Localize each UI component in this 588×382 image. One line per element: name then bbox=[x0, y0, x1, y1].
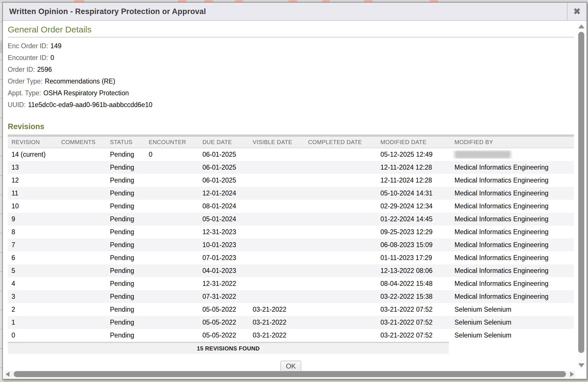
horizontal-scrollbar-thumb[interactable] bbox=[14, 371, 566, 377]
cell-status: Pending bbox=[106, 280, 145, 288]
cell-modified_by: Selenium Selenium bbox=[451, 319, 574, 326]
cell-modified_by: Medical Informatics Engineering bbox=[451, 202, 574, 210]
scroll-left-icon[interactable] bbox=[6, 372, 9, 377]
cell-status: Pending bbox=[106, 189, 145, 197]
cell-modified_by bbox=[451, 150, 574, 159]
ok-button-row: OK bbox=[8, 361, 574, 372]
cell-status: Pending bbox=[106, 331, 145, 339]
field-row: UUID:11e5dc0c-eda9-aad0-961b-aabbccdd6e1… bbox=[8, 99, 574, 111]
field-value: 11e5dc0c-eda9-aad0-961b-aabbccdd6e10 bbox=[28, 101, 152, 109]
field-value: 0 bbox=[51, 54, 54, 62]
column-header: ENCOUNTER bbox=[145, 139, 199, 146]
field-label: Order ID: bbox=[8, 66, 35, 73]
cell-due_date: 06-01-2025 bbox=[199, 151, 249, 158]
cell-modified_date: 08-04-2022 15:48 bbox=[377, 280, 451, 288]
cell-revision: 9 bbox=[8, 215, 57, 223]
revisions-table-header: REVISIONCOMMENTSSTATUSENCOUNTERDUE DATEV… bbox=[8, 135, 574, 148]
cell-status: Pending bbox=[106, 177, 145, 184]
cell-modified_by: Medical Informatics Engineering bbox=[451, 164, 574, 171]
cell-due_date: 05-05-2022 bbox=[199, 319, 249, 326]
dialog-content: General Order Details Enc Order ID:149En… bbox=[3, 21, 587, 379]
cell-modified_date: 03-21-2022 07:52 bbox=[377, 319, 451, 326]
cell-revision: 14 (current) bbox=[8, 151, 57, 158]
cell-status: Pending bbox=[106, 164, 145, 171]
field-label: Encounter ID: bbox=[8, 54, 48, 62]
field-row: Order ID:2596 bbox=[8, 64, 574, 75]
redacted-name bbox=[454, 150, 511, 159]
table-row: 8Pending12-31-202309-25-2023 12:29Medica… bbox=[8, 226, 574, 238]
ok-button[interactable]: OK bbox=[281, 361, 301, 372]
field-label: Enc Order ID: bbox=[8, 42, 48, 50]
cell-modified_date: 09-25-2023 12:29 bbox=[377, 228, 451, 236]
background-fragment bbox=[204, 0, 213, 2]
cell-revision: 11 bbox=[8, 189, 57, 197]
cell-modified_by: Medical Informatics Engineering bbox=[451, 228, 574, 236]
field-value: 2596 bbox=[37, 66, 52, 73]
revisions-heading: Revisions bbox=[8, 122, 574, 135]
table-row: 11Pending12-01-202405-10-2024 14:31Medic… bbox=[8, 187, 574, 200]
background-fragment bbox=[74, 0, 84, 2]
column-header: DUE DATE bbox=[199, 139, 249, 146]
cell-status: Pending bbox=[106, 151, 145, 158]
cell-modified_date: 12-11-2024 12:28 bbox=[377, 177, 451, 184]
cell-modified_date: 01-11-2023 17:29 bbox=[377, 254, 451, 262]
table-row: 14 (current)Pending006-01-202505-12-2025… bbox=[8, 148, 574, 161]
cell-modified_by: Medical Informatics Engineering bbox=[451, 177, 574, 184]
cell-modified_by: Medical Informatics Engineering bbox=[451, 241, 574, 249]
column-header: STATUS bbox=[106, 139, 145, 146]
field-value: OSHA Respiratory Protection bbox=[43, 89, 129, 97]
cell-status: Pending bbox=[106, 254, 145, 262]
field-row: Appt. Type:OSHA Respiratory Protection bbox=[8, 87, 574, 99]
cell-modified_by: Medical Informatics Engineering bbox=[451, 215, 574, 223]
field-label: UUID: bbox=[8, 101, 26, 109]
cell-revision: 0 bbox=[8, 331, 57, 339]
column-header: MODIFIED BY bbox=[451, 139, 574, 146]
cell-due_date: 07-01-2023 bbox=[199, 254, 249, 262]
field-row: Encounter ID:0 bbox=[8, 52, 574, 64]
column-header: REVISION bbox=[8, 139, 57, 146]
cell-status: Pending bbox=[106, 241, 145, 249]
cell-status: Pending bbox=[106, 215, 145, 223]
background-fragment bbox=[364, 0, 373, 2]
cell-modified_by: Medical Informatics Engineering bbox=[451, 254, 574, 262]
vertical-scrollbar[interactable] bbox=[577, 22, 585, 370]
cell-due_date: 08-01-2024 bbox=[199, 202, 249, 210]
revisions-table-body: 14 (current)Pending006-01-202505-12-2025… bbox=[8, 148, 574, 342]
cell-due_date: 10-01-2023 bbox=[199, 241, 249, 249]
scroll-down-icon[interactable] bbox=[578, 363, 585, 367]
cell-modified_by: Medical Informatics Engineering bbox=[451, 293, 574, 300]
background-fragment bbox=[235, 0, 243, 2]
cell-due_date: 05-01-2024 bbox=[199, 215, 249, 223]
cell-modified_by: Selenium Selenium bbox=[451, 306, 574, 313]
close-button[interactable]: ✖ bbox=[567, 3, 587, 20]
horizontal-scrollbar[interactable] bbox=[5, 371, 575, 378]
field-value: Recommendations (RE) bbox=[45, 77, 115, 85]
background-page-strip-top bbox=[0, 0, 588, 2]
cell-modified_by: Selenium Selenium bbox=[451, 331, 574, 339]
cell-due_date: 05-05-2022 bbox=[199, 306, 249, 313]
cell-modified_by: Medical Informatics Engineering bbox=[451, 280, 574, 288]
revisions-footer: 15 REVISIONS FOUND bbox=[8, 342, 449, 354]
cell-status: Pending bbox=[106, 306, 145, 313]
cell-revision: 12 bbox=[8, 177, 57, 184]
cell-modified_date: 06-08-2023 15:09 bbox=[377, 241, 451, 249]
scroll-up-icon[interactable] bbox=[578, 24, 585, 28]
field-row: Order Type:Recommendations (RE) bbox=[8, 75, 574, 87]
cell-due_date: 06-01-2025 bbox=[199, 177, 249, 184]
column-header: COMMENTS bbox=[57, 139, 106, 146]
cell-visible_date: 03-21-2022 bbox=[249, 331, 304, 339]
table-row: 3Pending07-31-202203-22-2022 15:38Medica… bbox=[8, 290, 574, 303]
vertical-scrollbar-thumb[interactable] bbox=[578, 32, 584, 353]
cell-due_date: 12-31-2022 bbox=[199, 280, 249, 288]
cell-modified_date: 03-21-2022 07:52 bbox=[377, 306, 451, 313]
cell-due_date: 05-05-2022 bbox=[199, 331, 249, 339]
scroll-right-icon[interactable] bbox=[570, 372, 574, 377]
cell-due_date: 06-01-2025 bbox=[199, 164, 249, 171]
close-icon: ✖ bbox=[573, 7, 581, 16]
table-row: 12Pending06-01-202512-11-2024 12:28Medic… bbox=[8, 174, 574, 187]
cell-revision: 3 bbox=[8, 293, 57, 300]
cell-modified_date: 12-13-2022 08:06 bbox=[377, 267, 451, 275]
cell-revision: 4 bbox=[8, 280, 57, 288]
cell-modified_date: 02-29-2024 12:34 bbox=[377, 202, 451, 210]
cell-visible_date: 03-21-2022 bbox=[249, 319, 304, 326]
